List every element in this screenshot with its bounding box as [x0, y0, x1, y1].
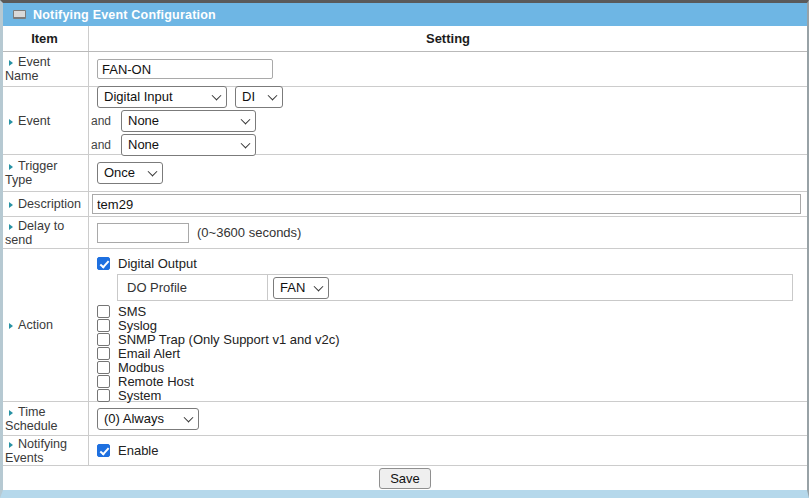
row-label-action: Action	[3, 249, 89, 401]
checkbox-label: Remote Host	[118, 374, 194, 389]
row-label-description: Description	[3, 192, 89, 216]
delay-input[interactable]	[97, 223, 189, 243]
event-and2-select-wrap: None	[121, 134, 256, 156]
cell-action-setting: Digital Output DO Profile FAN SMS	[89, 249, 807, 401]
row-description: Description	[3, 192, 807, 217]
bullet-arrow-icon	[9, 323, 13, 329]
sms-checkbox[interactable]	[97, 305, 110, 318]
bullet-arrow-icon	[9, 410, 13, 416]
row-label-delay: Delay to send	[3, 217, 89, 248]
notifying-event-config-panel: Notifying Event Configuration Item Setti…	[0, 0, 809, 498]
event-line-1: Digital Input DI	[91, 86, 283, 108]
event-and1-select-wrap: None	[121, 110, 256, 132]
row-time-schedule: Time Schedule (0) Always	[3, 402, 807, 436]
do-profile-cell: FAN	[268, 275, 792, 300]
save-row: Save	[3, 466, 807, 490]
trigger-type-select[interactable]: Once	[97, 162, 163, 184]
syslog-checkbox[interactable]	[97, 319, 110, 332]
checkbox-label: Modbus	[118, 360, 164, 375]
row-label-event: Event	[3, 87, 89, 154]
and-label: and	[91, 114, 113, 128]
event-type-select[interactable]: Digital Input	[97, 86, 227, 108]
enable-checkbox[interactable]	[97, 444, 110, 457]
row-label-text: Description	[18, 197, 81, 211]
event-source-select[interactable]: DI	[235, 86, 283, 108]
cell-time-schedule-setting: (0) Always	[89, 402, 807, 435]
trigger-type-select-wrap: Once	[97, 162, 163, 184]
row-event-name: Event Name	[3, 52, 807, 87]
cell-trigger-setting: Once	[89, 155, 807, 191]
checkbox-label: System	[118, 388, 161, 403]
snmp-trap-checkbox[interactable]	[97, 333, 110, 346]
action-option-sms: SMS	[97, 304, 793, 318]
bullet-arrow-icon	[9, 164, 13, 170]
checkbox-label: Digital Output	[118, 256, 197, 271]
digital-output-checkbox[interactable]	[97, 257, 110, 270]
row-label-trigger-type: Trigger Type	[3, 155, 89, 191]
bullet-arrow-icon	[9, 442, 13, 448]
and-label: and	[91, 138, 113, 152]
action-option-snmp-trap: SNMP Trap (Only Support v1 and v2c)	[97, 332, 793, 346]
row-label-text: Notifying Events	[5, 437, 67, 465]
action-option-syslog: Syslog	[97, 318, 793, 332]
panel-title: Notifying Event Configuration	[33, 8, 216, 22]
row-delay-to-send: Delay to send (0~3600 seconds)	[3, 217, 807, 249]
row-label-text: Event	[18, 114, 50, 128]
event-line-2: and None	[91, 110, 283, 132]
row-notifying-events: Notifying Events Enable	[3, 436, 807, 466]
action-option-digital-output: Digital Output	[97, 254, 793, 272]
checkbox-label: Syslog	[118, 318, 157, 333]
do-profile-select[interactable]: FAN	[273, 277, 329, 299]
panel-title-bar: Notifying Event Configuration	[3, 3, 807, 26]
cell-notifying-events-setting: Enable	[89, 436, 807, 465]
do-profile-select-wrap: FAN	[273, 277, 329, 299]
event-line-3: and None	[91, 134, 283, 156]
action-option-remote-host: Remote Host	[97, 374, 793, 388]
remote-host-checkbox[interactable]	[97, 375, 110, 388]
modbus-checkbox[interactable]	[97, 361, 110, 374]
action-option-system: System	[97, 388, 793, 402]
row-label-text: Delay to send	[5, 219, 64, 247]
bullet-arrow-icon	[9, 119, 13, 125]
cell-event-name-setting	[89, 52, 807, 86]
row-trigger-type: Trigger Type Once	[3, 155, 807, 192]
event-and1-select[interactable]: None	[121, 110, 256, 132]
row-action: Action Digital Output DO Profile FAN	[3, 249, 807, 402]
row-label-text: Action	[18, 318, 53, 332]
checkbox-label: Email Alert	[118, 346, 180, 361]
row-event: Event Digital Input DI and None	[3, 87, 807, 155]
row-label-time-schedule: Time Schedule	[3, 402, 89, 435]
table-header-row: Item Setting	[3, 26, 807, 52]
row-label-notifying-events: Notifying Events	[3, 436, 89, 465]
do-profile-subtable: DO Profile FAN	[117, 274, 793, 301]
system-checkbox[interactable]	[97, 389, 110, 402]
save-button[interactable]: Save	[379, 468, 431, 489]
bullet-arrow-icon	[9, 60, 13, 66]
email-alert-checkbox[interactable]	[97, 347, 110, 360]
event-and2-select[interactable]: None	[121, 134, 256, 156]
bullet-arrow-icon	[9, 224, 13, 230]
event-type-select-wrap: Digital Input	[97, 86, 227, 108]
column-header-item: Item	[3, 26, 89, 51]
action-option-email-alert: Email Alert	[97, 346, 793, 360]
checkbox-label: SNMP Trap (Only Support v1 and v2c)	[118, 332, 340, 347]
do-profile-label: DO Profile	[118, 275, 268, 300]
cell-delay-setting: (0~3600 seconds)	[89, 217, 807, 248]
time-schedule-select[interactable]: (0) Always	[97, 408, 199, 430]
checkbox-label: Enable	[118, 443, 158, 458]
column-header-setting: Setting	[89, 26, 807, 51]
description-input[interactable]	[92, 194, 801, 214]
action-option-modbus: Modbus	[97, 360, 793, 374]
action-options-group: Digital Output DO Profile FAN SMS	[89, 249, 807, 402]
notifying-events-enable-row: Enable	[97, 443, 158, 459]
event-name-input[interactable]	[97, 59, 273, 79]
event-source-select-wrap: DI	[235, 86, 283, 108]
window-icon	[13, 10, 26, 19]
bullet-arrow-icon	[9, 202, 13, 208]
row-label-event-name: Event Name	[3, 52, 89, 86]
event-selects-group: Digital Input DI and None and None	[91, 84, 283, 158]
cell-event-setting: Digital Input DI and None and None	[89, 87, 807, 154]
delay-range-hint: (0~3600 seconds)	[197, 225, 301, 240]
cell-description-setting	[89, 192, 807, 216]
time-schedule-select-wrap: (0) Always	[97, 408, 199, 430]
